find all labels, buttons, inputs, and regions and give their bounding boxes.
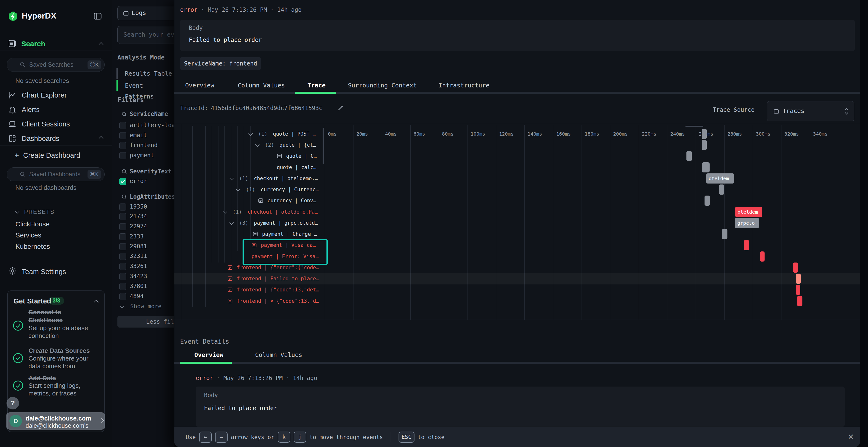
filter-option[interactable]: email [112, 130, 174, 140]
less-filters-button[interactable]: Less filters [117, 316, 174, 328]
search-icon[interactable] [121, 111, 127, 117]
saved-dashboards-input[interactable]: Saved Dashboards ⌘K [7, 167, 105, 181]
filter-option[interactable]: 21734 [112, 211, 174, 221]
trace-span-row[interactable]: (1)quote | POST … [174, 128, 860, 139]
chevron-down-icon[interactable] [229, 176, 234, 180]
tab-ed-overview[interactable]: Overview [194, 350, 223, 360]
trace-span-row[interactable]: (1)checkout | oteldemo.… [174, 173, 860, 184]
edit-pencil-icon[interactable] [337, 105, 344, 111]
checkbox[interactable] [119, 132, 126, 139]
sidebar-item-search[interactable]: Search [21, 40, 45, 48]
trace-span-row[interactable]: currency | Conv… [174, 195, 860, 206]
checkbox[interactable] [119, 233, 126, 240]
key-k[interactable]: k [278, 432, 290, 443]
checkbox[interactable] [119, 204, 126, 210]
checkbox-checked[interactable] [119, 178, 126, 185]
filter-option-checked[interactable]: error [112, 176, 174, 186]
trace-span-bar[interactable] [702, 162, 710, 172]
checkbox[interactable] [119, 142, 126, 149]
chevron-up-icon[interactable] [99, 42, 103, 47]
trace-span-bar-error-active[interactable] [796, 274, 801, 284]
filter-option[interactable]: 32311 [112, 251, 174, 261]
trace-span-row[interactable]: quote | calc… [174, 162, 860, 173]
saved-searches-input[interactable]: Saved Searches ⌘K [7, 58, 105, 72]
trace-span-bar-error[interactable] [796, 285, 800, 295]
chevron-down-icon[interactable] [16, 209, 20, 214]
preset-clickhouse[interactable]: ClickHouse [16, 220, 50, 228]
horizontal-scrollbar-thumb[interactable] [685, 126, 703, 127]
key-j[interactable]: j [294, 432, 306, 443]
filter-option[interactable]: 29081 [112, 241, 174, 251]
trace-span-bar-error[interactable] [793, 263, 798, 273]
filter-option[interactable]: 4894 [112, 291, 174, 301]
filter-option[interactable]: 22974 [112, 221, 174, 232]
trace-span-row[interactable]: quote | C… [174, 150, 860, 162]
trace-span-bar[interactable] [722, 229, 727, 239]
checkbox[interactable] [119, 243, 126, 250]
tab-column-values[interactable]: Column Values [238, 79, 285, 92]
search-events-input[interactable]: Search your events... [117, 26, 174, 44]
chevron-down-icon[interactable] [120, 304, 124, 309]
trace-span-row-highlighted[interactable]: frontend | Failed to place… [174, 273, 860, 284]
filter-option[interactable]: payment [112, 150, 174, 161]
mode-results-table[interactable]: Results Table [125, 68, 172, 79]
tab-ed-column-values[interactable]: Column Values [255, 350, 302, 360]
trace-span-row[interactable]: payment | Charge … [174, 229, 860, 240]
search-icon[interactable] [121, 194, 127, 200]
checkbox[interactable] [119, 273, 126, 280]
trace-span-bar[interactable] [702, 129, 707, 139]
tab-surrounding-context[interactable]: Surrounding Context [348, 79, 417, 92]
trace-span-row[interactable]: (1)currency | Currenc… [174, 184, 860, 195]
show-more-button[interactable]: Show more [130, 301, 161, 311]
tab-infrastructure[interactable]: Infrastructure [439, 79, 490, 92]
key-esc[interactable]: ESC [399, 432, 414, 443]
help-button[interactable]: ? [6, 397, 19, 409]
trace-source-select[interactable]: Traces [767, 101, 854, 122]
sidebar-item-alerts[interactable]: Alerts [22, 105, 39, 114]
key-arrow-left[interactable]: ← [199, 432, 212, 443]
checkbox[interactable] [119, 223, 126, 230]
sidebar-item-client-sessions[interactable]: Client Sessions [22, 119, 70, 129]
filter-option[interactable]: 19350 [112, 202, 174, 212]
trace-span-row[interactable]: (2)quote | {cl… [174, 139, 860, 150]
tab-trace[interactable]: Trace [307, 79, 326, 92]
trace-span-bar[interactable]: grpc.o [735, 218, 759, 228]
chevron-down-icon[interactable] [229, 220, 234, 225]
search-icon[interactable] [121, 169, 127, 174]
source-select[interactable]: Logs [117, 6, 174, 20]
trace-span-bar-error[interactable]: oteldem [735, 207, 762, 217]
chevron-down-icon[interactable] [248, 131, 253, 136]
trace-span-bar-error[interactable] [744, 240, 749, 250]
checkbox[interactable] [119, 293, 126, 300]
checkbox[interactable] [119, 213, 126, 220]
presets-header[interactable]: PRESETS [24, 209, 55, 215]
tab-overview[interactable]: Overview [185, 79, 214, 92]
trace-span-bar-error[interactable] [760, 251, 765, 262]
close-icon[interactable]: ✕ [846, 432, 856, 442]
filter-option[interactable]: 33261 [112, 261, 174, 271]
checkbox[interactable] [119, 152, 126, 159]
trace-span-bar[interactable]: oteldem [706, 173, 734, 183]
sidebar-item-chart-explorer[interactable]: Chart Explorer [22, 90, 67, 100]
trace-span-bar[interactable] [705, 196, 710, 206]
filter-option[interactable]: 34423 [112, 271, 174, 281]
checkbox[interactable] [119, 122, 126, 129]
filter-option[interactable]: frontend [112, 140, 174, 150]
key-arrow-right[interactable]: → [215, 432, 227, 443]
mode-event-patterns[interactable]: Event Patterns [125, 80, 174, 91]
trace-span-row[interactable]: frontend | × {"code":13,"d… [174, 296, 860, 307]
trace-span-bar[interactable] [702, 140, 707, 150]
trace-span-bar-error[interactable] [797, 296, 802, 306]
preset-services[interactable]: Services [16, 232, 41, 239]
trace-span-row[interactable]: frontend | {"code":13,"det… [174, 284, 860, 295]
sidebar-item-dashboards[interactable]: Dashboards [22, 134, 59, 143]
checkbox[interactable] [119, 283, 126, 290]
attribute-chip[interactable]: ServiceName: frontend [180, 57, 261, 70]
sidebar-item-team-settings[interactable]: Team Settings [22, 267, 66, 276]
chevron-up-icon[interactable] [99, 136, 103, 141]
chevron-down-icon[interactable] [236, 187, 240, 191]
checkbox[interactable] [119, 263, 126, 270]
collapse-sidebar-icon[interactable] [93, 11, 102, 21]
trace-span-bar[interactable] [686, 151, 692, 161]
create-dashboard-button[interactable]: Create Dashboard [23, 150, 80, 160]
